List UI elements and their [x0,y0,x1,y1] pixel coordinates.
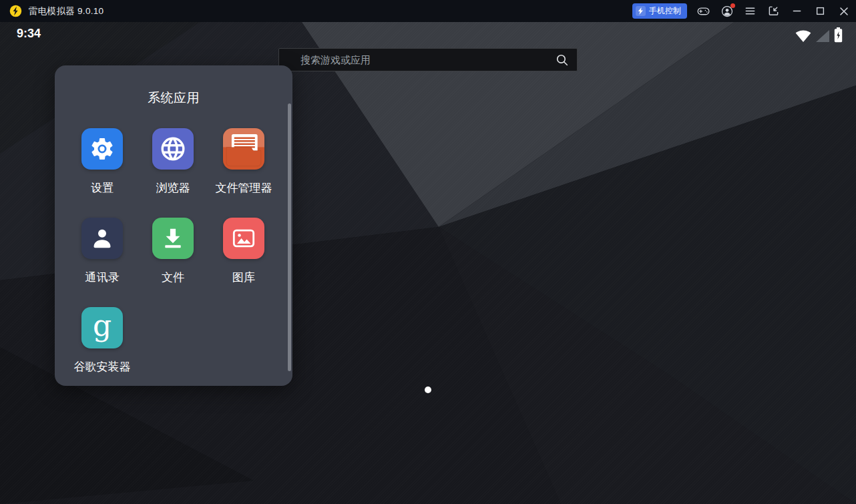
file-manager-icon [223,128,264,170]
app-contacts[interactable]: 通讯录 [67,218,138,285]
search-icon[interactable] [548,49,577,71]
app-settings[interactable]: 设置 [67,128,138,196]
app-grid: 设置 浏览器 [55,128,292,374]
folder-scrollbar[interactable] [288,103,291,371]
files-download-icon [152,218,194,259]
wifi-icon [795,29,811,43]
status-time: 9:34 [17,27,41,41]
google-installer-icon: g [81,307,123,348]
app-file-manager[interactable]: 文件管理器 [208,128,279,196]
notification-dot [730,3,735,8]
status-icons [795,27,843,43]
gallery-image-icon [223,218,264,259]
phone-control-label: 手机控制 [649,5,681,17]
phone-control-button[interactable]: 手机控制 [632,3,687,19]
maximize-icon[interactable] [813,4,827,18]
app-label: 谷歌安装器 [74,359,131,374]
browser-globe-icon [152,128,194,170]
fullscreen-icon[interactable] [767,4,781,18]
page-indicator-dot [425,387,431,393]
search-bar [278,48,578,71]
folder-title: 系统应用 [55,65,292,107]
minimize-icon[interactable] [790,4,804,18]
account-icon[interactable] [720,4,734,18]
cellular-signal-icon [815,29,830,43]
app-label: 浏览器 [156,180,190,196]
contacts-person-icon [81,218,123,259]
emulator-window: 雷电模拟器 9.0.10 手机控制 [0,0,856,504]
app-gallery[interactable]: 图库 [208,218,279,285]
app-label: 图库 [232,270,255,285]
settings-gear-icon [81,128,123,170]
close-icon[interactable] [837,4,851,18]
app-google-installer[interactable]: g 谷歌安装器 [67,307,138,374]
app-label: 设置 [91,180,114,196]
window-title: 雷电模拟器 9.0.10 [29,5,103,17]
system-apps-folder-panel: 系统应用 设置 浏览器 [55,65,292,386]
battery-charging-icon [834,27,843,43]
app-label: 文件管理器 [216,180,272,196]
app-browser[interactable]: 浏览器 [138,128,208,196]
ldplayer-logo-icon [9,4,23,18]
gamepad-icon[interactable] [696,4,710,18]
titlebar: 雷电模拟器 9.0.10 手机控制 [0,0,856,22]
app-label: 通讯录 [85,270,120,285]
app-label: 文件 [162,270,184,285]
menu-icon[interactable] [743,4,757,18]
search-input[interactable] [279,49,548,71]
app-files[interactable]: 文件 [138,218,208,285]
google-g-glyph: g [93,311,112,340]
lightning-bolt-icon [636,6,646,16]
